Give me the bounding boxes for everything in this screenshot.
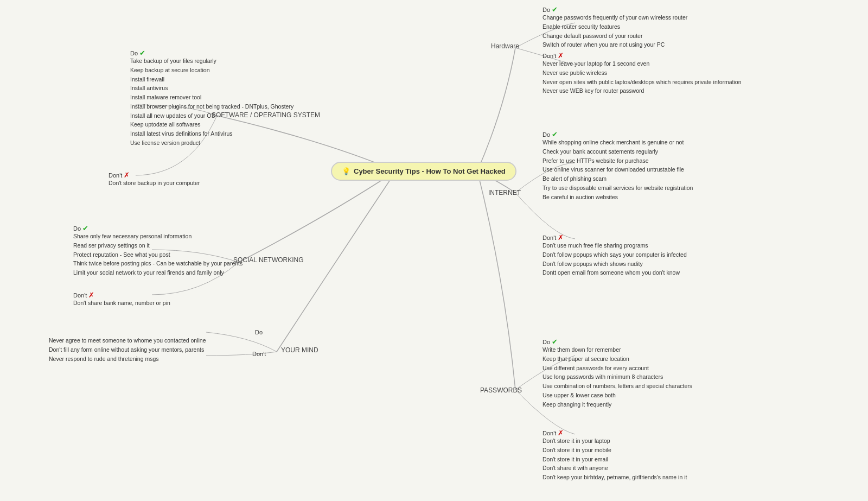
tip-item: Install browser plugins for not being tr… [130, 103, 293, 111]
internet-dont-section: Don't ✗ Don't use much free file sharing… [542, 233, 687, 277]
passwords-check-icon: ✔ [552, 338, 558, 346]
hardware-check-icon: ✔ [552, 5, 558, 14]
tip-item: While shopping online check merchant is … [542, 138, 693, 147]
software-cross-icon: ✗ [124, 171, 130, 179]
tip-item: Change default password of your router [542, 32, 687, 41]
mind-do-badge: Do [255, 329, 263, 335]
tip-item: Never use public wireless [542, 69, 742, 78]
mind-branch-label: YOUR MIND [281, 346, 318, 354]
social-dont-badge: Don't ✗ [73, 291, 94, 299]
mind-dont-section: Never agree to meet someone to whome you… [49, 337, 206, 363]
tip-item: Don't follow popups which shows nudity [542, 260, 687, 269]
internet-dont-badge: Don't ✗ [542, 233, 564, 242]
tip-item: Don't share it with anyone [542, 464, 687, 473]
tip-item: Be careful in auction websites [542, 193, 693, 202]
tip-item: Dontt open email from someone whom you d… [542, 269, 687, 277]
passwords-dont-section: Don't ✗ Don't store it in your laptop Do… [542, 429, 687, 482]
tip-item: Write them down for remember [542, 346, 692, 354]
tip-item: Protect reputation - See what you post [73, 251, 242, 259]
hardware-dont-badge: Don't ✗ [542, 52, 564, 60]
tip-item: Install latest virus definitions for Ant… [130, 130, 293, 138]
internet-branch-label: INTERNET [488, 189, 521, 196]
hardware-dont-section: Don't ✗ Never leave your laptop for 1 se… [542, 52, 742, 96]
tip-item: Don't fill any form online without askin… [49, 346, 206, 354]
tip-item: Keep uptodate all softwares [130, 121, 293, 129]
tip-item: Install firewall [130, 75, 293, 84]
software-dont-tips: Don't store backup in your computer [108, 179, 200, 188]
mind-map-canvas: 💡 Cyber Security Tips - How To Not Get H… [0, 0, 868, 501]
mind-dont-tips: Never agree to meet someone to whome you… [49, 337, 206, 363]
tip-item: Keep backup at secure location [130, 66, 293, 75]
tip-item: Use different passwords for every accoun… [542, 364, 692, 373]
hardware-branch-label: Hardware [491, 42, 519, 50]
tip-item: Enable router security features [542, 23, 687, 31]
hardware-dont-tips: Never leave your laptop for 1 second eve… [542, 60, 742, 96]
tip-item: Limit your social network to your real f… [73, 269, 242, 277]
tip-item: Don't store it in your mobile [542, 446, 687, 455]
passwords-cross-icon: ✗ [558, 429, 564, 437]
tip-item: Don't share bank name, number or pin [73, 299, 170, 308]
tip-item: Try to use disposable email services for… [542, 184, 693, 193]
passwords-do-badge: Do ✔ [542, 338, 558, 346]
internet-do-badge: Do ✔ [542, 130, 558, 138]
social-branch-label: SOCIAL NETWORKING [233, 256, 304, 264]
tip-item: Never leave your laptop for 1 second eve… [542, 60, 742, 68]
tip-item: Change passwords frequently of your own … [542, 14, 687, 22]
tip-item: Keep changing it frequently [542, 401, 692, 409]
software-dont-badge: Don't ✗ [108, 171, 130, 179]
center-label: Cyber Security Tips - How To Not Get Hac… [354, 167, 506, 175]
social-dont-section: Don't ✗ Don't share bank name, number or… [73, 291, 170, 308]
tip-item: Don't use much free file sharing program… [542, 242, 687, 250]
internet-do-tips: While shopping online check merchant is … [542, 138, 693, 201]
tip-item: Use license version product [130, 139, 293, 148]
tip-item: Never respond to rude and thretening msg… [49, 355, 206, 364]
tip-item: Read ser privacy settings on it [73, 242, 242, 250]
tip-item: Take backup of your files regularly [130, 57, 293, 66]
tip-item: Don't store it in your email [542, 455, 687, 464]
hardware-cross-icon: ✗ [558, 52, 564, 60]
tip-item: Never use WEB key for router password [542, 87, 742, 96]
social-cross-icon: ✗ [88, 291, 94, 299]
passwords-branch-label: PASSWORDS [480, 386, 522, 394]
tip-item: Use online virus scanner for downloaded … [542, 166, 693, 174]
social-do-badge: Do ✔ [73, 224, 88, 232]
tip-item: Use upper & lower case both [542, 391, 692, 400]
social-do-tips: Share only few necessary personal inform… [73, 232, 242, 277]
software-dont-section: Don't ✗ Don't store backup in your compu… [108, 171, 200, 188]
tip-item: Check your bank account satements regula… [542, 148, 693, 156]
software-check-icon: ✔ [139, 49, 145, 57]
internet-cross-icon: ✗ [558, 233, 564, 242]
social-do-section: Do ✔ Share only few necessary personal i… [73, 224, 242, 277]
tip-item: Don't keep your birhtday, petname, girlf… [542, 473, 687, 482]
tip-item: Install antivirus [130, 84, 293, 93]
tip-item: Install malware remover tool [130, 93, 293, 102]
hardware-do-badge: Do ✔ [542, 5, 558, 14]
passwords-do-section: Do ✔ Write them down for remember Keep t… [542, 338, 692, 409]
software-do-section: Do ✔ Take backup of your files regularly… [130, 49, 293, 148]
social-dont-tips: Don't share bank name, number or pin [73, 299, 170, 308]
tip-item: Switch of router when you are not using … [542, 41, 687, 49]
passwords-do-tips: Write them down for remember Keep that p… [542, 346, 692, 409]
tip-item: Share only few necessary personal inform… [73, 232, 242, 241]
tip-item: Don't store backup in your computer [108, 179, 200, 188]
software-do-tips: Take backup of your files regularly Keep… [130, 57, 293, 148]
tip-item: Use combination of numbers, letters and … [542, 382, 692, 391]
mind-dont-badge: Don't [252, 351, 266, 357]
internet-do-section: Do ✔ While shopping online check merchan… [542, 130, 693, 201]
social-check-icon: ✔ [82, 224, 88, 232]
passwords-dont-badge: Don't ✗ [542, 429, 564, 437]
internet-check-icon: ✔ [552, 130, 558, 138]
tip-item: Keep that paper at secure location [542, 355, 692, 364]
tip-item: Install all new updates of your OS [130, 112, 293, 121]
tip-item: Never agree to meet someone to whome you… [49, 337, 206, 345]
tip-item: Don't follow popups which says your comp… [542, 251, 687, 259]
center-icon: 💡 [342, 167, 350, 175]
hardware-do-tips: Change passwords frequently of your own … [542, 14, 687, 49]
passwords-dont-tips: Don't store it in your laptop Don't stor… [542, 437, 687, 482]
center-node: 💡 Cyber Security Tips - How To Not Get H… [331, 162, 516, 181]
tip-item: Be alert of phishing scam [542, 175, 693, 183]
hardware-do-section: Do ✔ Change passwords frequently of your… [542, 5, 687, 49]
tip-item: Don't store it in your laptop [542, 437, 687, 446]
tip-item: Never open sites with public laptos/desk… [542, 78, 742, 87]
software-do-badge: Do ✔ [130, 49, 145, 57]
